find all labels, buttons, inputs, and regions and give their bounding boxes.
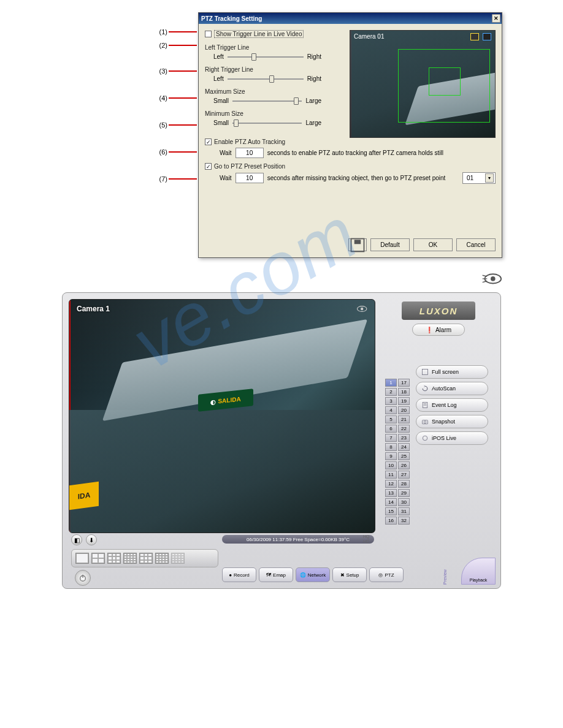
record-icon: ● [229,572,232,578]
camera-cell-7[interactable]: 7 [385,434,397,442]
svg-point-5 [361,308,363,310]
camera-cell-11[interactable]: 11 [385,471,397,479]
alarm-button[interactable]: ❗ Alarm [412,324,465,336]
camera-cell-8[interactable]: 8 [385,443,397,451]
ok-button[interactable]: OK [413,238,453,251]
camera-cell-30[interactable]: 30 [398,498,410,506]
camera-cell-28[interactable]: 28 [398,480,410,488]
autoscan-button[interactable]: AutoScan [416,382,488,395]
setup-tab[interactable]: ✖Setup [332,567,367,582]
snapshot-button[interactable]: Snapshot [416,415,488,428]
wait-seconds-input-1[interactable] [236,148,264,158]
emap-tab[interactable]: 🗺Emap [259,567,293,582]
cancel-button[interactable]: Cancel [456,238,496,251]
wait-seconds-input-2[interactable] [236,173,264,183]
network-tab[interactable]: 🌐Network [296,567,330,582]
preset-select[interactable]: 01 ▼ [462,172,496,184]
camera-cell-16[interactable]: 16 [385,517,397,525]
layout-16[interactable] [123,553,137,564]
camera-cell-31[interactable]: 31 [398,507,410,515]
layout-alt1[interactable] [139,553,153,564]
camera-cell-15[interactable]: 15 [385,507,397,515]
label-small: Small [213,97,229,104]
show-trigger-checkbox[interactable] [205,31,212,37]
camera-cell-4[interactable]: 4 [385,406,397,414]
camera-cell-25[interactable]: 25 [398,452,410,460]
power-button[interactable] [75,570,91,586]
left-trigger-slider[interactable] [228,56,304,58]
camera-cell-10[interactable]: 10 [385,461,397,469]
layout-alt3[interactable] [171,553,185,564]
disk-icon[interactable]: ◧ [71,534,82,545]
right-panel: LUXON ❗ Alarm Full screen AutoScan Event… [383,299,494,582]
dialog-title: PTZ Tracking Setting [201,15,262,22]
camera-cell-20[interactable]: 20 [398,406,410,414]
save-icon-button[interactable] [348,238,367,251]
left-trigger-label: Left Trigger Line [205,44,249,51]
wait-suffix-1: seconds to enable PTZ auto tracking afte… [267,150,443,156]
camera-cell-2[interactable]: 2 [385,388,397,396]
camera-cell-19[interactable]: 19 [398,397,410,405]
layout-alt2[interactable] [155,553,169,564]
close-button[interactable]: ✕ [492,14,500,23]
camera-cell-18[interactable]: 18 [398,388,410,396]
preview-icon-1[interactable] [470,33,479,40]
min-size-slider[interactable] [232,123,302,124]
layout-1[interactable] [75,553,89,564]
alarm-icon: ❗ [426,327,433,333]
fullscreen-button[interactable]: Full screen [416,365,488,379]
camera-eye-icon [354,305,367,314]
svg-point-12 [423,436,427,441]
wait-label-2: Wait [220,175,232,181]
annotation-4: (4) [153,94,197,102]
camera-cell-24[interactable]: 24 [398,443,410,451]
live-video-area[interactable]: ◐SALIDA IDA Camera 1 [69,299,375,533]
default-button[interactable]: Default [370,238,410,251]
label-small-2: Small [213,119,229,126]
camera-grid: 1172183194205216227238249251026112712281… [385,379,411,525]
download-icon[interactable]: ⬇ [86,534,97,545]
enable-tracking-checkbox[interactable]: ✓ [205,138,212,145]
label-large-2: Large [305,119,321,126]
camera-cell-17[interactable]: 17 [398,379,410,387]
camera-cell-22[interactable]: 22 [398,425,410,433]
annotation-7: (7) [153,175,197,183]
camera-cell-21[interactable]: 21 [398,415,410,423]
annotation-1: (1) [153,28,197,36]
layout-4[interactable] [91,553,105,564]
preview-icon-2[interactable] [483,33,491,40]
ptz-tab[interactable]: ◎PTZ [369,567,404,582]
wait-suffix-2: seconds after missing tracking object, t… [267,175,459,181]
camera-cell-23[interactable]: 23 [398,434,410,442]
record-tab[interactable]: ●Record [222,567,256,582]
camera-cell-5[interactable]: 5 [385,415,397,423]
dvr-main-screen: ◐SALIDA IDA Camera 1 LUXON ❗ Alarm Full … [62,292,501,589]
ipos-button[interactable]: iPOS Live [416,431,488,445]
camera-cell-29[interactable]: 29 [398,489,410,497]
layout-9[interactable] [107,553,121,564]
camera-cell-12[interactable]: 12 [385,480,397,488]
camera-cell-3[interactable]: 3 [385,397,397,405]
annotation-2: (2) [153,42,197,49]
show-trigger-label: Show Trigger Line in Live Video [214,30,304,38]
camera-cell-26[interactable]: 26 [398,461,410,469]
svg-rect-6 [423,370,428,375]
right-trigger-slider[interactable] [228,78,304,80]
layout-strip [71,549,218,567]
camera-cell-6[interactable]: 6 [385,425,397,433]
camera-cell-32[interactable]: 32 [398,517,410,525]
camera-cell-14[interactable]: 14 [385,498,397,506]
eventlog-button[interactable]: Event Log [416,398,488,412]
camera-cell-1[interactable]: 1 [385,379,397,387]
annotation-6: (6) [153,148,197,156]
max-size-slider[interactable] [232,100,302,102]
wait-label-1: Wait [220,150,232,156]
camera-cell-27[interactable]: 27 [398,471,410,479]
globe-icon: 🌐 [300,572,306,578]
camera-cell-13[interactable]: 13 [385,489,397,497]
camera-cell-9[interactable]: 9 [385,452,397,460]
camera-label: Camera 1 [77,305,110,313]
preview-label: Preview [443,566,461,585]
goto-preset-checkbox[interactable]: ✓ [205,163,212,170]
label-left: Left [213,53,224,60]
